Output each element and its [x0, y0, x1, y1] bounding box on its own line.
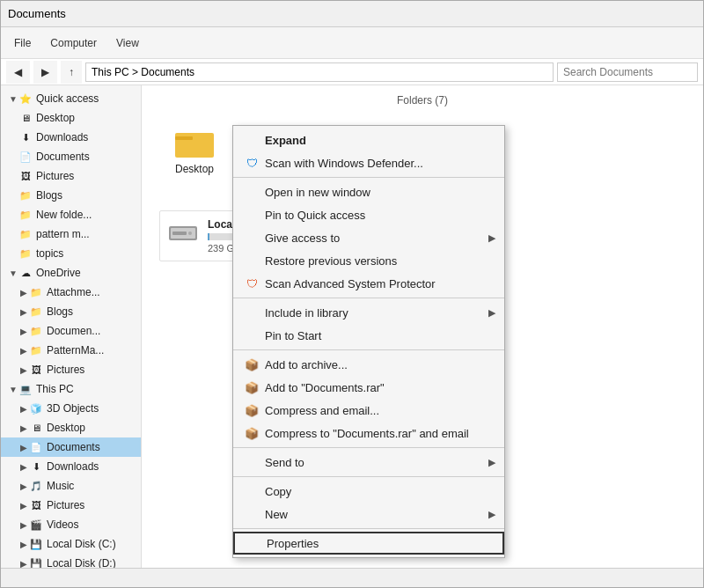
- address-bar: ◀ ▶ ↑: [1, 59, 703, 85]
- sidebar-item-pattern[interactable]: 📁 pattern m...: [1, 224, 141, 244]
- ctx-item-compress-email[interactable]: 📦 Compress and email...: [233, 399, 504, 422]
- sidebar-item-label: Documen...: [47, 325, 100, 337]
- forward-button[interactable]: ▶: [33, 61, 57, 84]
- sidebar-item-attachments[interactable]: ▶ 📁 Attachme...: [1, 283, 141, 302]
- ctx-label-include-library: Include in library: [265, 306, 494, 320]
- content-area: Folders (7) Desktop: [142, 85, 703, 568]
- sidebar-item-label: pattern m...: [36, 228, 90, 240]
- sidebar-item-documents-pc[interactable]: ▶ 📄 Documents: [1, 437, 141, 457]
- back-button[interactable]: ◀: [6, 61, 30, 84]
- ctx-item-pin-quick-access[interactable]: Pin to Quick access: [233, 203, 504, 226]
- search-input[interactable]: [557, 62, 698, 82]
- up-button[interactable]: ↑: [61, 61, 82, 84]
- ctx-item-properties[interactable]: Properties: [233, 532, 504, 555]
- address-input[interactable]: [85, 62, 554, 82]
- sidebar-item-desktop[interactable]: 🖥 Desktop: [1, 108, 141, 128]
- sidebar-item-local-c[interactable]: ▶ 💾 Local Disk (C:): [1, 534, 141, 554]
- sidebar-item-desktop-pc[interactable]: ▶ 🖥 Desktop: [1, 418, 141, 437]
- sidebar-section-onedrive[interactable]: ▼ ☁ OneDrive: [1, 263, 141, 283]
- sidebar-item-documents[interactable]: 📄 Documents: [1, 147, 141, 166]
- sidebar-item-pictures-od[interactable]: ▶ 🖼 Pictures: [1, 360, 141, 379]
- ctx-item-include-library[interactable]: Include in library ▶: [233, 301, 504, 324]
- ctx-item-pin-start[interactable]: Pin to Start: [233, 324, 504, 347]
- sidebar-item-label: 3D Objects: [47, 402, 99, 415]
- rar-icon: 📦: [244, 379, 260, 395]
- ctx-item-give-access[interactable]: Give access to ▶: [233, 226, 504, 249]
- sidebar-item-downloads-pc[interactable]: ▶ ⬇ Downloads: [1, 457, 141, 476]
- ctx-label-scan-asp: Scan Advanced System Protector: [265, 277, 494, 290]
- folder-icon: 📁: [18, 227, 33, 241]
- ctx-item-new[interactable]: New ▶: [233, 503, 504, 526]
- sidebar-item-patternma[interactable]: ▶ 📁 PatternMa...: [1, 341, 141, 360]
- sidebar-item-label: Pictures: [47, 499, 84, 511]
- sidebar-item-videos[interactable]: ▶ 🎬 Videos: [1, 515, 141, 534]
- rar-icon: 📦: [244, 425, 260, 441]
- thispc-icon: 💻: [18, 382, 33, 396]
- view-menu-button[interactable]: View: [108, 32, 147, 55]
- folder-label-desktop: Desktop: [175, 163, 214, 175]
- properties-icon: [246, 535, 261, 551]
- sidebar-item-label: Attachme...: [47, 286, 100, 298]
- sidebar-item-label: Documents: [36, 151, 90, 163]
- context-menu: Expand 🛡 Scan with Windows Defender... O…: [232, 125, 505, 558]
- start-icon: [244, 327, 260, 343]
- sidebar-item-local-d[interactable]: ▶ 💾 Local Disk (D:): [1, 554, 141, 568]
- ctx-separator-6: [233, 528, 504, 529]
- sidebar-section-quick-access[interactable]: ▼ ⭐ Quick access: [1, 89, 141, 108]
- ctx-separator-3: [233, 349, 504, 350]
- ctx-item-add-archive[interactable]: 📦 Add to archive...: [233, 353, 504, 376]
- sidebar-item-documents-od[interactable]: ▶ 📁 Documen...: [1, 321, 141, 341]
- folder-icon: 📁: [29, 285, 43, 299]
- computer-menu-button[interactable]: Computer: [42, 32, 105, 55]
- sidebar-item-label: PatternMa...: [47, 344, 104, 356]
- downloads-icon: ⬇: [29, 459, 43, 474]
- sidebar-item-3dobjects[interactable]: ▶ 🧊 3D Objects: [1, 399, 141, 418]
- ctx-item-copy[interactable]: Copy: [233, 480, 504, 503]
- sidebar-item-label: Downloads: [36, 131, 88, 143]
- sidebar-item-blogs[interactable]: 📁 Blogs: [1, 186, 141, 205]
- file-menu-button[interactable]: File: [6, 32, 39, 55]
- onedrive-icon: ☁: [18, 266, 33, 280]
- sidebar-item-label: Documents: [47, 441, 100, 453]
- sidebar-item-downloads[interactable]: ⬇ Downloads: [1, 128, 141, 147]
- ctx-label-pin-quick-access: Pin to Quick access: [265, 209, 494, 222]
- ctx-label-add-archive: Add to archive...: [265, 358, 494, 371]
- ctx-item-compress-rar-email[interactable]: 📦 Compress to "Documents.rar" and email: [233, 422, 504, 445]
- ctx-item-add-rar[interactable]: 📦 Add to "Documents.rar": [233, 376, 504, 399]
- sidebar-item-label: Desktop: [47, 422, 85, 434]
- sidebar-item-new-folder[interactable]: 📁 New folde...: [1, 205, 141, 224]
- disk-drive-icon: [167, 221, 199, 251]
- chevron-icon: ▶: [18, 326, 29, 336]
- ctx-item-open-new-window[interactable]: Open in new window: [233, 180, 504, 203]
- arrow-icon: ▶: [488, 457, 495, 468]
- chevron-icon: ▶: [18, 558, 29, 568]
- folder-item-desktop[interactable]: Desktop: [159, 124, 230, 175]
- svg-rect-1: [175, 136, 193, 140]
- new-icon: [244, 506, 260, 522]
- sidebar-section-this-pc[interactable]: ▼ 💻 This PC: [1, 379, 141, 399]
- videos-icon: 🎬: [29, 518, 43, 532]
- sidebar: ▼ ⭐ Quick access 🖥 Desktop ⬇ Downloads 📄…: [1, 85, 142, 568]
- main-area: ▼ ⭐ Quick access 🖥 Desktop ⬇ Downloads 📄…: [1, 85, 703, 568]
- sidebar-item-pictures-pc[interactable]: ▶ 🖼 Pictures: [1, 496, 141, 515]
- folder-icon: 📁: [29, 343, 43, 357]
- chevron-icon: ▼: [8, 93, 18, 104]
- sidebar-item-pictures[interactable]: 🖼 Pictures: [1, 166, 141, 186]
- sidebar-item-label: Pictures: [47, 364, 84, 376]
- ctx-item-send-to[interactable]: Send to ▶: [233, 451, 504, 474]
- ctx-item-scan-defender[interactable]: 🛡 Scan with Windows Defender...: [233, 151, 504, 174]
- sidebar-item-label: Desktop: [36, 112, 75, 124]
- chevron-icon: ▶: [18, 500, 29, 511]
- ctx-item-scan-asp[interactable]: 🛡 Scan Advanced System Protector: [233, 272, 504, 295]
- defender-icon: 🛡: [244, 155, 260, 171]
- ctx-item-restore-versions[interactable]: Restore previous versions: [233, 249, 504, 272]
- title-bar: Documents: [1, 1, 703, 27]
- rar-icon: 📦: [244, 356, 260, 372]
- sidebar-item-label: Local Disk (C:): [47, 538, 116, 550]
- pictures-icon: 🖼: [18, 169, 33, 183]
- sidebar-item-music[interactable]: ▶ 🎵 Music: [1, 476, 141, 496]
- pictures-icon: 🖼: [29, 498, 43, 512]
- ctx-item-expand[interactable]: Expand: [233, 129, 504, 151]
- sidebar-item-topics[interactable]: 📁 topics: [1, 244, 141, 263]
- sidebar-item-blogs-od[interactable]: ▶ 📁 Blogs: [1, 302, 141, 321]
